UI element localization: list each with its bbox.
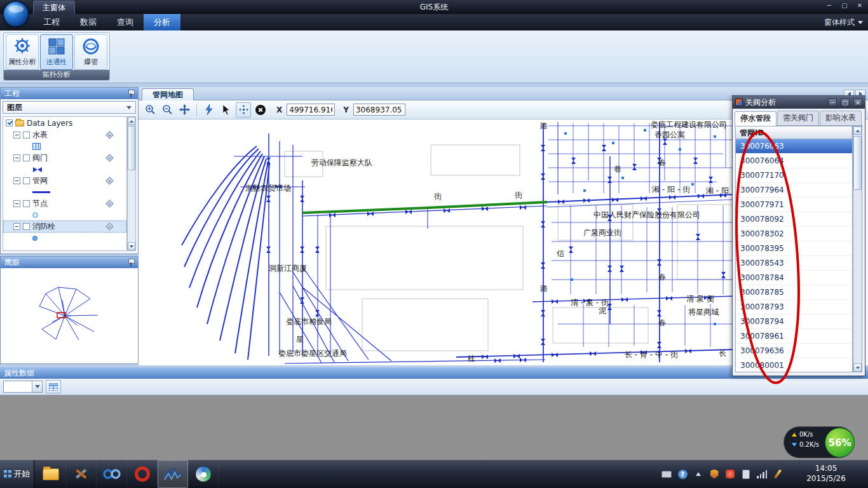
file-explorer-button[interactable]: [36, 460, 66, 488]
pipe-id-row[interactable]: 300078784: [736, 271, 852, 285]
pipe-id-row[interactable]: 300076063: [736, 139, 852, 154]
grid-scrollbar[interactable]: [853, 126, 862, 372]
pipe-id-row[interactable]: 300078395: [736, 241, 852, 256]
layer-combo[interactable]: 图层: [3, 101, 136, 114]
y-coordinate-input[interactable]: [353, 104, 405, 116]
tree-row-valve[interactable]: 阀门: [3, 152, 126, 164]
pipe-id-row[interactable]: 300078961: [736, 329, 852, 344]
collapse-toggle[interactable]: [13, 132, 20, 139]
pin-icon[interactable]: [128, 259, 134, 266]
window-style-menu[interactable]: 窗体样式: [824, 14, 863, 30]
memory-usage-badge[interactable]: 56%: [825, 428, 855, 458]
pipe-id-row[interactable]: 300077964: [736, 183, 852, 198]
collapse-toggle[interactable]: [13, 154, 20, 161]
menu-item-data[interactable]: 数据: [70, 14, 107, 30]
scroll-up-button[interactable]: [128, 117, 135, 125]
eagle-eye-map[interactable]: [1, 268, 137, 363]
collapse-toggle[interactable]: [13, 223, 20, 230]
pipe-id-row[interactable]: 300078092: [736, 212, 852, 227]
clipboard-icon[interactable]: [741, 469, 751, 479]
scroll-up-button[interactable]: [853, 126, 862, 135]
collapse-toggle[interactable]: [13, 200, 20, 207]
minimize-button[interactable]: ─: [824, 2, 835, 9]
pipe-id-row[interactable]: 300078794: [736, 315, 852, 329]
valve-analysis-header[interactable]: 关阀分析 ─ ▢ ✕: [733, 96, 865, 109]
clock[interactable]: 14:05 2015/5/26: [788, 463, 864, 484]
tree-row-watermeter[interactable]: 水表: [3, 129, 126, 141]
maximize-button[interactable]: ▢: [839, 2, 850, 9]
layer-label: 水表: [32, 130, 48, 140]
attribute-analysis-button[interactable]: 属性分析: [6, 34, 39, 70]
pipe-id-row[interactable]: 300076064: [736, 154, 852, 168]
pipe-id-row[interactable]: 300078543: [736, 256, 852, 271]
attribute-grid-button[interactable]: [46, 380, 61, 393]
tree-row-hydrant[interactable]: 消防栓: [3, 220, 126, 233]
show-hidden-icons-button[interactable]: [693, 469, 703, 479]
layer-checkbox[interactable]: [23, 154, 30, 161]
network-signal-icon[interactable]: [757, 469, 767, 479]
security-icon[interactable]: [709, 469, 719, 479]
title-bar: 主窗体 GIS系统 ─ ▢ ✕: [0, 0, 868, 14]
attribute-combo[interactable]: [3, 381, 43, 393]
scroll-down-button[interactable]: [853, 363, 862, 372]
tab-affected-water-meters[interactable]: 影响水表: [820, 111, 862, 125]
tab-valves-to-close[interactable]: 需关阀门: [777, 111, 819, 125]
menu-item-query[interactable]: 查询: [107, 14, 144, 30]
tree-scrollbar[interactable]: [127, 116, 136, 251]
pin-icon[interactable]: [128, 90, 134, 97]
flash-locate-button[interactable]: [201, 102, 217, 118]
x-coordinate-input[interactable]: [287, 104, 335, 116]
root-checkbox[interactable]: [6, 119, 13, 126]
combo-dropdown-button[interactable]: [32, 381, 42, 392]
loop-app-button[interactable]: [97, 460, 127, 488]
cancel-button[interactable]: [253, 102, 268, 118]
network-speed-widget[interactable]: 0K/s 0.2K/s 56%: [783, 426, 855, 458]
antivirus-icon[interactable]: [725, 469, 735, 479]
layer-checkbox[interactable]: [23, 223, 30, 230]
panel-close-button[interactable]: ✕: [853, 98, 862, 106]
column-header-pipe-id[interactable]: 管网ID: [736, 126, 852, 139]
pipe-id-row[interactable]: 300077170: [736, 168, 852, 183]
zoom-in-button[interactable]: [142, 102, 158, 118]
pipe-id-row[interactable]: 300077971: [736, 198, 852, 212]
select-arrow-button[interactable]: [219, 102, 234, 118]
application-orb-button[interactable]: [3, 1, 29, 27]
keyboard-icon[interactable]: [661, 469, 672, 479]
tree-row-pipe-network[interactable]: 管网: [3, 175, 126, 187]
input-pen-icon[interactable]: [773, 469, 783, 479]
close-button[interactable]: ✕: [854, 2, 865, 9]
document-tab[interactable]: 主窗体: [33, 1, 75, 14]
tree-row-root[interactable]: Data Layers: [3, 117, 126, 129]
browser-button[interactable]: [127, 460, 158, 488]
layer-checkbox[interactable]: [23, 177, 30, 184]
menu-item-analysis[interactable]: 分析: [144, 14, 180, 30]
pipe-id-row[interactable]: 300078785: [736, 285, 852, 300]
tab-stopped-pipe-segments[interactable]: 停水管段: [735, 111, 776, 126]
gis-app-button[interactable]: [158, 460, 188, 488]
pipe-id-row[interactable]: 300078302: [736, 227, 852, 241]
layer-checkbox[interactable]: [23, 200, 30, 207]
start-button[interactable]: 开始: [0, 460, 34, 488]
tree-row-node[interactable]: 节点: [3, 198, 126, 210]
layer-checkbox[interactable]: [23, 132, 30, 139]
pipe-id-row[interactable]: 300078793: [736, 300, 852, 315]
scroll-thumb[interactable]: [853, 136, 862, 190]
help-icon[interactable]: ?: [677, 469, 688, 479]
menu-item-project[interactable]: 工程: [33, 14, 70, 30]
tab-pipe-network-map[interactable]: 管网地图: [142, 88, 194, 100]
connectivity-button[interactable]: 连通性: [40, 34, 73, 70]
system-tools-button[interactable]: [66, 460, 97, 488]
zoom-out-button[interactable]: [159, 102, 175, 118]
pan-button[interactable]: [177, 102, 192, 118]
pipe-id-row[interactable]: 300079636: [736, 344, 852, 358]
scroll-thumb[interactable]: [128, 126, 135, 170]
panel-maximize-button[interactable]: ▢: [841, 98, 850, 106]
collapse-toggle[interactable]: [13, 177, 20, 184]
move-tool-button[interactable]: [236, 102, 251, 118]
burst-pipe-button[interactable]: 爆管: [74, 34, 107, 70]
pipe-id-row[interactable]: 300080001: [736, 358, 852, 372]
scroll-down-button[interactable]: [128, 242, 135, 250]
panel-minimize-button[interactable]: ─: [828, 98, 837, 106]
drawing-app-button[interactable]: [188, 460, 219, 488]
upload-speed: 0K/s: [799, 431, 813, 438]
